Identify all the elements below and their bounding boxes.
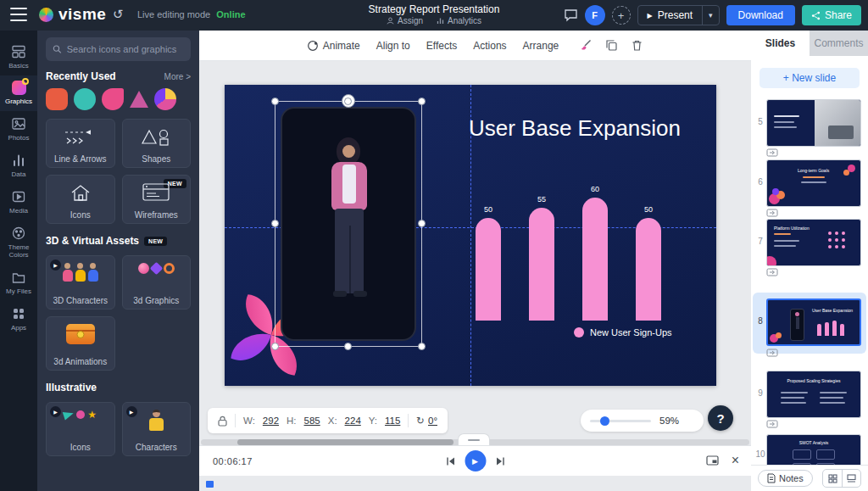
transition-icon[interactable] xyxy=(766,349,778,357)
lock-icon[interactable] xyxy=(218,416,227,427)
arrange-button[interactable]: Arrange xyxy=(523,40,559,52)
height-value[interactable]: 585 xyxy=(304,416,320,426)
width-value[interactable]: 292 xyxy=(263,416,279,426)
present-dropdown[interactable]: ▾ xyxy=(702,6,719,25)
resize-handle-ne[interactable] xyxy=(418,98,426,105)
card-3d-animations[interactable]: 3d Animations xyxy=(46,316,115,371)
play-button[interactable]: ▶ xyxy=(465,450,486,471)
resize-handle-n[interactable] xyxy=(344,98,352,105)
recent-shape-triangle[interactable] xyxy=(130,91,148,108)
transition-icon[interactable] xyxy=(766,209,778,217)
align-to-button[interactable]: Align to xyxy=(376,40,410,52)
sidebar-item-theme-colors[interactable]: Theme Colors xyxy=(0,220,37,265)
undo-icon[interactable]: ↺ xyxy=(113,7,124,22)
delete-icon[interactable] xyxy=(631,39,643,52)
grid-view-icon[interactable] xyxy=(823,470,842,487)
skip-back-icon[interactable] xyxy=(445,456,455,466)
zoom-slider-handle[interactable] xyxy=(600,416,609,426)
horizontal-scrollbar-thumb[interactable] xyxy=(237,439,453,445)
sidebar-item-graphics[interactable]: Graphics xyxy=(0,75,37,111)
tab-comments[interactable]: Comments xyxy=(810,31,868,56)
chart-bar[interactable]: 55 xyxy=(529,208,554,321)
visme-logo[interactable]: visme xyxy=(39,5,106,24)
add-collaborator-button[interactable]: + xyxy=(612,6,631,25)
card-label: Shapes xyxy=(142,154,170,164)
rotation-control[interactable]: ↻ 0° xyxy=(416,415,437,427)
share-button[interactable]: Share xyxy=(802,5,861,25)
card-shapes[interactable]: Shapes xyxy=(122,119,192,168)
chart-bar[interactable]: 50 xyxy=(476,218,501,321)
animate-button[interactable]: Animate xyxy=(307,40,360,52)
recent-shape-circle[interactable] xyxy=(74,88,96,110)
resize-handle-w[interactable] xyxy=(271,220,279,227)
slide-canvas[interactable]: User Base Expansion 50 55 60 50 New User… xyxy=(225,85,716,386)
new-slide-button[interactable]: + New slide xyxy=(760,68,860,88)
resize-handle-s[interactable] xyxy=(344,343,352,350)
sidebar-item-data[interactable]: Data xyxy=(0,148,37,184)
search-input[interactable] xyxy=(67,44,184,54)
more-link[interactable]: More > xyxy=(164,72,191,81)
y-value[interactable]: 115 xyxy=(385,416,400,426)
bar-chart[interactable]: 50 55 60 50 xyxy=(476,198,661,321)
slide-thumbnail-5[interactable] xyxy=(766,99,861,147)
selection-box[interactable]: ↻ xyxy=(275,101,422,347)
assign-button[interactable]: Assign xyxy=(387,16,423,25)
slide-thumbnail-10[interactable]: SWOT Analysis xyxy=(766,434,861,465)
rotation-value[interactable]: 0° xyxy=(428,416,437,426)
sidebar-item-apps[interactable]: Apps xyxy=(0,301,37,338)
transition-icon[interactable] xyxy=(766,268,778,276)
skip-forward-icon[interactable] xyxy=(495,456,505,466)
card-3d-characters[interactable]: ▶ 3D Characters xyxy=(46,255,115,310)
slide-thumbnail-7[interactable]: Platform Utilization xyxy=(766,219,861,266)
chart-legend[interactable]: New User Sign-Ups xyxy=(574,327,672,338)
chart-bar[interactable]: 60 xyxy=(582,198,608,321)
document-title[interactable]: Strategy Report Presentation xyxy=(369,3,500,15)
resize-handle-e[interactable] xyxy=(418,220,426,227)
recent-shape-pie[interactable] xyxy=(154,88,176,110)
card-3d-graphics[interactable]: 3d Graphics xyxy=(122,255,192,310)
list-view-icon[interactable] xyxy=(842,470,860,487)
card-wireframes[interactable]: NEW Wireframes xyxy=(122,175,192,224)
recent-shape-petal[interactable] xyxy=(102,88,124,110)
present-button[interactable]: ▶ Present xyxy=(638,6,703,25)
presenter-window-icon[interactable] xyxy=(706,455,719,466)
format-painter-icon[interactable] xyxy=(580,39,593,52)
card-illustrative-characters[interactable]: ▶ Characters xyxy=(122,402,192,456)
menu-icon[interactable] xyxy=(10,8,27,21)
duplicate-icon[interactable] xyxy=(605,39,618,52)
comments-icon[interactable] xyxy=(564,8,578,22)
slide-thumbnail-6[interactable]: Long-term Goals xyxy=(766,159,861,207)
close-timeline-icon[interactable]: × xyxy=(732,454,739,467)
actions-button[interactable]: Actions xyxy=(473,40,506,52)
avatar[interactable]: F xyxy=(585,5,605,25)
card-icons[interactable]: Icons xyxy=(46,175,115,224)
sidebar-item-media[interactable]: Media xyxy=(0,184,37,220)
slide-title[interactable]: User Base Expansion xyxy=(469,115,706,142)
sidebar-item-my-files[interactable]: My Files xyxy=(0,265,37,301)
x-value[interactable]: 224 xyxy=(345,416,361,426)
transition-icon[interactable] xyxy=(766,420,778,428)
zoom-slider[interactable] xyxy=(590,420,651,422)
slide-thumbnail-9[interactable]: Proposed Scaling Strategies xyxy=(766,371,861,418)
transition-icon[interactable] xyxy=(766,148,778,157)
slide-thumbnail-8[interactable]: User Base Expansion xyxy=(766,299,861,346)
house-icon xyxy=(47,182,114,204)
effects-button[interactable]: Effects xyxy=(426,40,457,52)
tab-slides[interactable]: Slides xyxy=(751,31,810,56)
sidebar-item-basics[interactable]: Basics xyxy=(0,39,37,75)
panel-scroll-indicator[interactable] xyxy=(206,481,214,488)
analytics-button[interactable]: Analytics xyxy=(437,16,481,25)
zoom-value[interactable]: 59% xyxy=(659,416,679,426)
recent-shape-blob[interactable] xyxy=(46,88,68,110)
help-button[interactable]: ? xyxy=(708,405,733,431)
timeline-pull-tab[interactable] xyxy=(458,433,490,445)
card-line-arrows[interactable]: Line & Arrows xyxy=(46,119,115,168)
notes-button[interactable]: Notes xyxy=(758,470,813,487)
chart-bar[interactable]: 50 xyxy=(636,218,661,321)
resize-handle-se[interactable] xyxy=(418,343,426,350)
sidebar-item-photos[interactable]: Photos xyxy=(0,111,37,148)
card-illustrative-icons[interactable]: ▶ ★ Icons xyxy=(46,402,115,456)
resize-handle-nw[interactable] xyxy=(271,98,279,105)
resize-handle-sw[interactable] xyxy=(271,343,279,350)
download-button[interactable]: Download xyxy=(726,5,795,25)
